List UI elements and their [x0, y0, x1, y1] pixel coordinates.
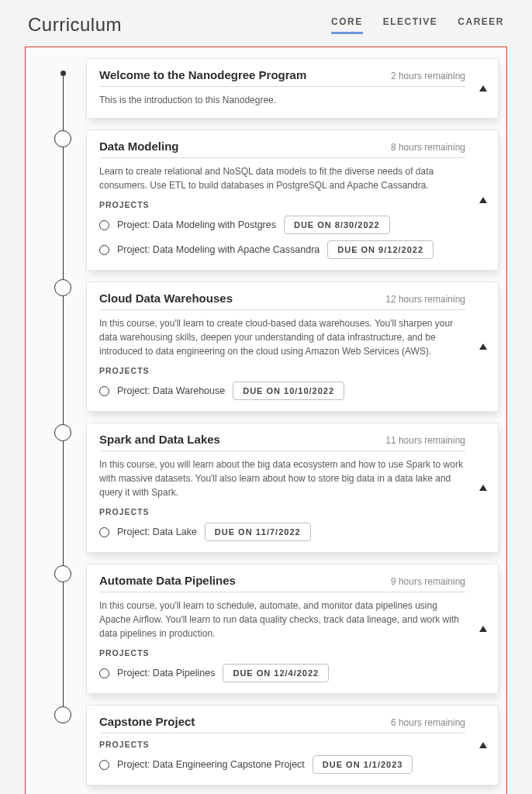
tab-core[interactable]: CORE	[331, 16, 363, 34]
collapse-up-icon[interactable]	[479, 85, 487, 91]
timeline-node	[54, 130, 71, 147]
project-row[interactable]: Project: Data Lake DUE ON 11/7/2022	[99, 523, 465, 541]
project-status-icon	[99, 245, 109, 255]
collapse-up-icon[interactable]	[479, 742, 487, 748]
project-row[interactable]: Project: Data Engineering Capstone Proje…	[99, 755, 465, 774]
collapse-up-icon[interactable]	[479, 343, 487, 350]
card-description: In this course, you'll learn to create c…	[99, 316, 465, 358]
project-row[interactable]: Project: Data Modeling with Apache Cassa…	[99, 240, 465, 259]
time-remaining: 8 hours remaining	[391, 142, 465, 153]
project-name: Project: Data Warehouse	[117, 385, 225, 396]
course-card[interactable]: Welcome to the Nanodegree Program 2 hour…	[86, 58, 499, 119]
due-badge: DUE ON 10/10/2022	[233, 381, 344, 400]
tab-career[interactable]: CAREER	[458, 16, 504, 34]
timeline-node	[54, 565, 71, 582]
due-badge: DUE ON 8/30/2022	[284, 216, 390, 234]
tabs: CORE ELECTIVE CAREER	[331, 16, 504, 34]
project-status-icon	[99, 668, 109, 678]
page-title: Curriculum	[28, 14, 122, 36]
due-badge: DUE ON 9/12/2022	[327, 240, 434, 259]
due-badge: DUE ON 1/1/2023	[313, 755, 413, 774]
timeline-node	[54, 279, 71, 296]
project-status-icon	[99, 220, 109, 230]
course-card[interactable]: Data Modeling 8 hours remaining Learn to…	[86, 129, 499, 271]
due-badge: DUE ON 12/4/2022	[223, 664, 329, 682]
card-title: Capstone Project	[99, 715, 195, 728]
time-remaining: 11 hours remaining	[385, 435, 465, 446]
timeline-node	[54, 424, 71, 441]
header: Curriculum CORE ELECTIVE CAREER	[25, 14, 507, 36]
time-remaining: 2 hours remaining	[391, 71, 465, 81]
time-remaining: 9 hours remaining	[391, 576, 465, 587]
project-row[interactable]: Project: Data Pipelines DUE ON 12/4/2022	[99, 664, 465, 682]
tab-elective[interactable]: ELECTIVE	[383, 16, 438, 34]
card-title: Data Modeling	[99, 140, 179, 153]
time-remaining: 6 hours remaining	[391, 717, 465, 728]
course-card[interactable]: Capstone Project 6 hours remaining PROJE…	[86, 705, 499, 785]
project-status-icon	[99, 760, 109, 770]
card-description: This is the introduction to this Nanodeg…	[99, 93, 465, 107]
due-badge: DUE ON 11/7/2022	[205, 523, 311, 541]
course-card[interactable]: Cloud Data Warehouses 12 hours remaining…	[86, 281, 499, 412]
projects-label: PROJECTS	[99, 648, 465, 658]
course-card[interactable]: Automate Data Pipelines 9 hours remainin…	[86, 564, 499, 694]
card-title: Automate Data Pipelines	[99, 574, 236, 587]
project-name: Project: Data Lake	[117, 526, 197, 537]
project-name: Project: Data Engineering Capstone Proje…	[117, 759, 305, 770]
card-title: Cloud Data Warehouses	[99, 292, 233, 305]
project-row[interactable]: Project: Data Modeling with Postgres DUE…	[99, 216, 465, 234]
time-remaining: 12 hours remaining	[385, 294, 465, 305]
project-name: Project: Data Modeling with Postgres	[117, 219, 276, 230]
collapse-up-icon[interactable]	[479, 485, 487, 491]
card-title: Welcome to the Nanodegree Program	[99, 68, 306, 81]
projects-label: PROJECTS	[99, 507, 465, 516]
course-card[interactable]: Spark and Data Lakes 11 hours remaining …	[86, 423, 499, 553]
project-status-icon	[99, 386, 109, 396]
card-list: Welcome to the Nanodegree Program 2 hour…	[86, 58, 499, 785]
project-name: Project: Data Modeling with Apache Cassa…	[117, 244, 320, 255]
card-description: In this course, you'll learn to schedule…	[99, 599, 465, 640]
timeline	[54, 69, 72, 765]
card-title: Spark and Data Lakes	[99, 433, 220, 446]
timeline-node	[54, 706, 71, 723]
content-frame: Welcome to the Nanodegree Program 2 hour…	[25, 47, 507, 794]
timeline-dot	[60, 71, 66, 76]
project-status-icon	[99, 527, 109, 537]
projects-label: PROJECTS	[99, 200, 465, 209]
collapse-up-icon[interactable]	[479, 626, 487, 632]
card-description: Learn to create relational and NoSQL dat…	[99, 164, 465, 192]
project-name: Project: Data Pipelines	[117, 668, 215, 678]
collapse-up-icon[interactable]	[479, 197, 487, 203]
project-row[interactable]: Project: Data Warehouse DUE ON 10/10/202…	[99, 381, 465, 400]
projects-label: PROJECTS	[99, 366, 465, 375]
projects-label: PROJECTS	[99, 740, 465, 749]
card-description: In this course, you will learn about the…	[99, 457, 465, 499]
